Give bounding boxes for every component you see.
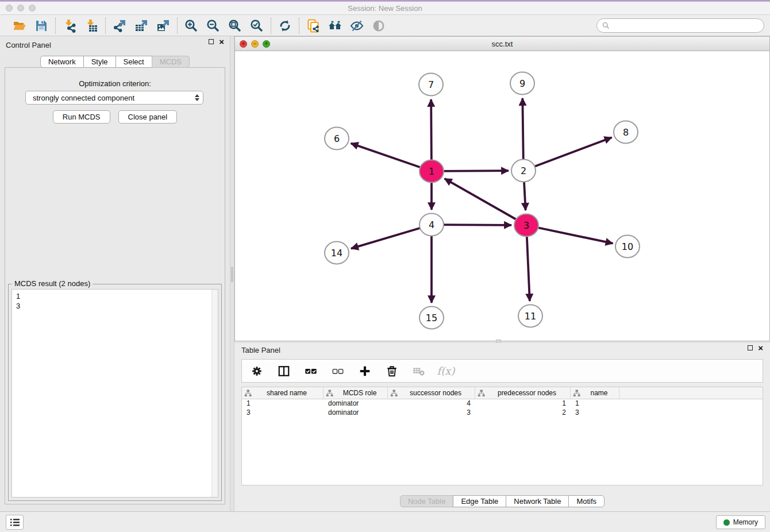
column-header-successor-nodes[interactable]: successor nodes: [388, 387, 475, 399]
table-panel-title: Table Panel: [241, 346, 280, 354]
graph-node-label: 15: [426, 313, 437, 323]
mcds-result-box: MCDS result (2 nodes) 13: [8, 284, 222, 501]
graph-node-2[interactable]: 2: [511, 160, 536, 182]
graph-node-4[interactable]: 4: [419, 214, 444, 236]
graph-node-7[interactable]: 7: [419, 74, 443, 96]
graph-node-9[interactable]: 9: [510, 72, 534, 95]
import-network-icon[interactable]: [61, 18, 78, 34]
graph-node-label: 9: [519, 78, 525, 89]
control-panel-float-icon[interactable]: [209, 39, 214, 44]
tab-edge-table[interactable]: Edge Table: [453, 495, 506, 507]
table-panel-float-icon[interactable]: [748, 345, 753, 350]
status-bar: Memory: [0, 511, 770, 532]
task-history-button[interactable]: [6, 515, 24, 530]
table-toolbar: f(x): [241, 359, 763, 383]
toolbar-group: [178, 18, 271, 34]
memory-status-icon: [723, 519, 730, 526]
graph-edge-2-8[interactable]: [523, 137, 612, 171]
memory-button[interactable]: Memory: [716, 515, 765, 529]
graph-node-3[interactable]: 3: [514, 214, 538, 237]
graph-node-label: 7: [428, 79, 434, 90]
table-cell: 1: [242, 399, 324, 408]
graph-node-15[interactable]: 15: [419, 307, 444, 329]
graph-edge-3-1[interactable]: [445, 179, 526, 225]
graph-node-label: 8: [623, 127, 629, 138]
export-table-icon[interactable]: [133, 18, 149, 34]
open-folder-icon[interactable]: [11, 18, 28, 34]
column-type-icon: [244, 390, 252, 397]
control-panel-close-icon[interactable]: ×: [219, 39, 224, 44]
result-scrollbar[interactable]: [211, 290, 218, 497]
tab-node-table[interactable]: Node Table: [400, 495, 454, 507]
plus-icon[interactable]: [357, 363, 373, 379]
graph-node-1[interactable]: 1: [419, 160, 444, 183]
vertical-splitter-handle[interactable]: [231, 267, 233, 282]
network-canvas[interactable]: 1234678910111415: [235, 51, 769, 341]
toolbar-group: [271, 18, 299, 34]
table-row[interactable]: 1dominator411: [242, 399, 763, 408]
clone-network-icon[interactable]: [305, 18, 321, 34]
tab-network-table[interactable]: Network Table: [506, 495, 569, 507]
column-header-predecessor-nodes[interactable]: predecessor nodes: [475, 387, 571, 399]
tab-style[interactable]: Style: [83, 56, 116, 68]
vertical-splitter[interactable]: [230, 36, 234, 511]
mcds-result-lines: 13: [12, 290, 218, 313]
table-cell: 3: [388, 408, 475, 418]
import-table-icon[interactable]: [83, 18, 99, 34]
tab-motifs[interactable]: Motifs: [568, 495, 605, 507]
selected-option: strongly connected component: [33, 94, 195, 102]
columns-icon[interactable]: [276, 363, 292, 379]
refresh-icon[interactable]: [277, 18, 293, 34]
tab-network[interactable]: Network: [40, 56, 84, 68]
graph-edge-3-10[interactable]: [526, 225, 613, 244]
close-panel-button[interactable]: Close panel: [118, 110, 178, 124]
graph-node-14[interactable]: 14: [325, 242, 349, 264]
column-header-MCDS-role[interactable]: MCDS role: [324, 387, 388, 399]
task-list-icon: [10, 518, 20, 527]
tab-mcds[interactable]: MCDS: [152, 56, 190, 68]
zoom-in-icon[interactable]: [183, 18, 199, 34]
graph-node-label: 10: [622, 241, 633, 252]
graph-node-8[interactable]: 8: [614, 121, 638, 144]
result-line: 3: [16, 301, 214, 311]
zoom-selected-icon[interactable]: [249, 18, 265, 34]
graph-node-label: 14: [331, 248, 342, 259]
network-window-titlebar[interactable]: × − + scc.txt: [235, 37, 769, 51]
table-panel-close-icon[interactable]: ×: [758, 345, 763, 350]
zoom-out-icon[interactable]: [205, 18, 221, 34]
mcds-result-text-area[interactable]: 13: [11, 289, 218, 498]
network-window-title: scc.txt: [235, 40, 769, 48]
column-type-icon: [390, 390, 398, 397]
home-icon[interactable]: [327, 18, 343, 34]
column-header-name[interactable]: name: [571, 387, 619, 399]
save-icon[interactable]: [33, 18, 49, 34]
eye-disabled-icon[interactable]: [371, 18, 387, 34]
uncheck-all-icon[interactable]: [330, 363, 346, 379]
run-mcds-button[interactable]: Run MCDS: [53, 110, 110, 124]
export-network-icon[interactable]: [111, 18, 128, 34]
graph-edge-1-6[interactable]: [351, 143, 432, 171]
optimization-criterion-label: Optimization criterion:: [0, 79, 230, 88]
table-cell: 3: [571, 408, 619, 418]
optimization-criterion-select[interactable]: strongly connected component: [25, 91, 203, 105]
graph-node-11[interactable]: 11: [518, 305, 542, 327]
search-input[interactable]: [613, 22, 759, 30]
check-all-icon[interactable]: [303, 363, 319, 379]
zoom-fit-icon[interactable]: [227, 18, 243, 34]
table-cell: 3: [242, 408, 324, 418]
trash-icon[interactable]: [384, 363, 400, 379]
graph-node-label: 1: [429, 166, 434, 177]
gear-icon[interactable]: [249, 363, 265, 379]
tab-select[interactable]: Select: [116, 56, 152, 68]
table-row[interactable]: 3dominator323: [242, 408, 763, 418]
graph-node-10[interactable]: 10: [615, 236, 640, 258]
hide-view-icon[interactable]: [349, 18, 365, 34]
graph-node-6[interactable]: 6: [325, 128, 349, 150]
export-image-icon[interactable]: [155, 18, 171, 34]
node-table[interactable]: shared nameMCDS rolesuccessor nodesprede…: [241, 387, 763, 485]
column-header-shared-name[interactable]: shared name: [242, 387, 324, 399]
search-box[interactable]: [596, 18, 764, 33]
toolbar-group: [299, 18, 392, 34]
app-titlebar: Session: New Session: [0, 2, 770, 15]
select-stepper-icon: [195, 94, 199, 101]
